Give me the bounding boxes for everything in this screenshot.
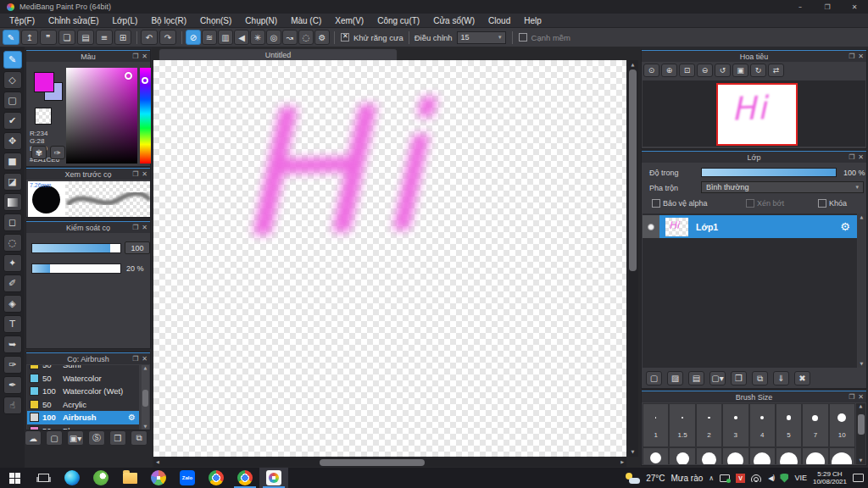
popout-icon[interactable]: ❐ xyxy=(849,53,854,60)
visibility-dot-icon[interactable] xyxy=(648,224,654,230)
gradient-tool[interactable] xyxy=(3,193,22,211)
menu-item[interactable]: Tệp(F) xyxy=(3,14,42,28)
redo-button[interactable]: ↷ xyxy=(159,30,176,45)
taskbar-app-zalo[interactable]: Zalo xyxy=(173,468,202,488)
brush-size-option[interactable]: 4 xyxy=(749,403,776,447)
brush-size-option[interactable]: 10 xyxy=(829,403,855,447)
sv-marker[interactable] xyxy=(125,72,132,80)
menu-item[interactable]: Xem(V) xyxy=(328,14,370,28)
layer-settings-icon[interactable]: ⚙ xyxy=(840,220,850,233)
menu-item[interactable]: Lớp(L) xyxy=(106,14,145,28)
canvas-tab[interactable]: Untitled xyxy=(159,48,398,60)
eyedropper-tool[interactable]: ✑ xyxy=(3,356,22,374)
add-script-brush-button[interactable]: Ⓢ xyxy=(88,430,105,446)
layer-list-scrollbar[interactable]: ▲ ▼ xyxy=(858,214,865,368)
reset-rotation-button[interactable]: ▣ xyxy=(732,64,748,77)
new-halftone-layer-button[interactable]: ▨ xyxy=(667,371,683,385)
bucket-tool[interactable]: ◪ xyxy=(3,173,22,191)
hand-tool[interactable]: ☝ xyxy=(3,396,22,414)
defender-shield-icon[interactable] xyxy=(780,474,788,483)
brush-size-option[interactable] xyxy=(696,447,722,464)
concentric-snap-button[interactable]: ◎ xyxy=(266,30,281,45)
taskbar-app-coccoc[interactable] xyxy=(86,468,115,488)
task-view-button[interactable] xyxy=(29,468,58,488)
menu-item[interactable]: Công cụ(T) xyxy=(370,14,426,28)
brush-size-option[interactable]: 2 xyxy=(696,403,722,447)
lasso-select-tool[interactable]: ◌ xyxy=(3,234,22,252)
menu-item[interactable]: Help xyxy=(517,14,548,28)
chat-button[interactable]: ❏ xyxy=(58,30,75,45)
brush-size-option[interactable]: 1 xyxy=(643,403,669,447)
popout-icon[interactable]: ❐ xyxy=(132,224,138,231)
fill-shape-tool[interactable]: ■ xyxy=(3,152,22,170)
taskbar-app-chrome-2[interactable] xyxy=(231,468,259,488)
correction-select[interactable]: 15 ▾ xyxy=(457,31,506,44)
shape-frame-tool[interactable]: ▢ xyxy=(3,92,22,109)
merge-layer-button[interactable]: ⇓ xyxy=(773,371,789,385)
brush-size-option[interactable]: 5 xyxy=(776,403,802,447)
brush-settings-icon[interactable]: ⚙ xyxy=(128,413,136,422)
eyedropper-plus-icon[interactable]: ✑ xyxy=(50,146,65,159)
foreground-color-swatch[interactable] xyxy=(34,72,54,92)
add-brush-image-button[interactable]: ▣▾ xyxy=(67,430,84,446)
rotate-ccw-button[interactable]: ↺ xyxy=(715,64,731,77)
menu-item[interactable]: Bộ lọc(R) xyxy=(144,14,193,28)
brush-size-option[interactable] xyxy=(669,447,695,464)
transparent-color-swatch[interactable] xyxy=(35,108,52,125)
close-icon[interactable]: ✕ xyxy=(142,224,147,231)
zoom-in-button[interactable]: ⊕ xyxy=(661,64,677,77)
select-rect-tool[interactable]: ◻ xyxy=(3,214,22,231)
layer-visibility-cell[interactable] xyxy=(643,215,659,238)
action-center-icon[interactable] xyxy=(853,474,864,482)
brush-size-option[interactable]: 1.5 xyxy=(669,403,695,447)
stylus-tool[interactable]: ✒ xyxy=(3,376,22,394)
menu-item[interactable]: Chọn(S) xyxy=(193,14,238,28)
close-icon[interactable]: ✕ xyxy=(142,170,147,178)
antialias-checkbox[interactable] xyxy=(341,33,349,42)
wifi-icon[interactable] xyxy=(751,474,762,482)
weather-description[interactable]: Mưa rào xyxy=(670,474,703,483)
brush-size-option[interactable] xyxy=(749,447,776,464)
zoom-out-button[interactable]: ⊖ xyxy=(697,64,713,77)
select-eraser-tool[interactable]: ◈ xyxy=(3,295,22,313)
popout-icon[interactable]: ❐ xyxy=(132,355,138,363)
brush-size-option[interactable] xyxy=(722,447,748,464)
parallel-snap-button[interactable]: ≋ xyxy=(202,30,217,45)
scroll-right-arrow[interactable]: ▶ xyxy=(620,459,624,465)
polyline-tool[interactable]: ✔ xyxy=(3,112,22,130)
horizontal-scrollbar[interactable]: ◀ ▶ xyxy=(153,458,626,467)
magic-wand-tool[interactable]: ✦ xyxy=(3,254,22,272)
move-tool[interactable]: ✥ xyxy=(3,132,22,150)
brush-size-option[interactable]: 7 xyxy=(802,403,828,447)
export-button[interactable]: ↥ xyxy=(21,30,38,45)
popout-icon[interactable]: ❐ xyxy=(132,53,138,60)
document-button[interactable]: ▤ xyxy=(77,30,94,45)
ellipse-snap-button[interactable]: ◌ xyxy=(298,30,314,45)
taskbar-app-medibang[interactable] xyxy=(259,468,288,488)
snap-settings-button[interactable]: ⚙ xyxy=(314,30,330,45)
maximize-button[interactable]: ❐ xyxy=(814,0,841,14)
close-icon[interactable]: ✕ xyxy=(858,153,864,161)
vlc-tray-icon[interactable]: V xyxy=(736,474,745,483)
popout-icon[interactable]: ❐ xyxy=(132,170,138,178)
minimize-button[interactable]: – xyxy=(787,0,814,14)
brush-size-option[interactable] xyxy=(802,447,828,464)
cloud-brush-button[interactable]: ☁ xyxy=(25,430,42,446)
brush-mode-button[interactable]: ✎ xyxy=(3,30,19,45)
vertical-scrollbar[interactable]: ▲ ▼ xyxy=(627,60,638,457)
brush-size-option[interactable] xyxy=(829,447,855,464)
Watercolor (Wet)[interactable]: 100 Watercolor (Wet) ⚙ xyxy=(27,385,139,398)
Airbrush[interactable]: 100 Airbrush ⚙ xyxy=(27,411,139,424)
new-1bit-layer-button[interactable]: ▤ xyxy=(688,371,704,385)
eraser-tool[interactable]: ◇ xyxy=(3,71,22,89)
speaker-icon[interactable]: ◀) xyxy=(768,474,774,482)
scroll-left-arrow[interactable]: ◀ xyxy=(156,459,159,465)
start-button[interactable] xyxy=(0,468,29,488)
comment-button[interactable]: ❞ xyxy=(40,30,57,45)
weather-temperature[interactable]: 27°C xyxy=(646,474,665,483)
lock-checkbox[interactable] xyxy=(818,199,826,208)
scroll-up-arrow[interactable]: ▲ xyxy=(632,62,635,68)
snap-off-button[interactable]: ⊘ xyxy=(186,30,201,45)
layer-opacity-slider[interactable] xyxy=(701,168,837,177)
navigator-thumbnail[interactable]: Hi xyxy=(716,83,798,146)
